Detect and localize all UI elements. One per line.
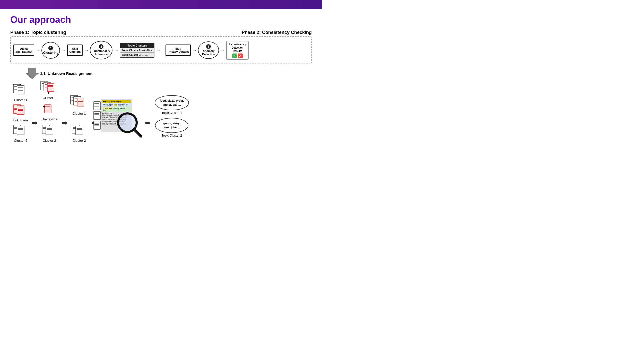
doc-black-3b xyxy=(46,126,53,136)
doc-red-2a xyxy=(47,83,54,93)
skill-privacy-doc: SkillPrivacy Dataset xyxy=(166,44,191,56)
step-num-2: 2 xyxy=(99,44,103,49)
svg-rect-21 xyxy=(17,126,24,135)
cluster2-label-step2: Cluster 2 xyxy=(43,139,56,143)
svg-rect-62 xyxy=(76,126,83,135)
skill-preview-container: Food hub chicago "Alexa, open food hub c… xyxy=(101,99,132,132)
arrow-5: → xyxy=(156,48,160,53)
content: Our approach Phase 1: Topic clustering P… xyxy=(0,9,322,148)
doc-icon-2b xyxy=(17,126,24,136)
cluster2-label-step3: Cluster 2 xyxy=(73,139,86,143)
cluster2-group-step2: Cluster 2 xyxy=(42,125,57,143)
results-box: InconsistencyDetectionResults ✓ ✗ xyxy=(226,41,249,60)
arrow-1: → xyxy=(36,48,40,53)
bottom-step3: Cluster 1 Cluster 2 xyxy=(70,95,88,143)
phase1-label: Phase 1: Topic clustering xyxy=(10,30,66,35)
topic-cluster-item-1: Topic Cluster 1: Weather xyxy=(120,48,154,52)
topic-cluster-1-oval: food, pizza, order,dinner, eat, … Topic … xyxy=(155,95,189,115)
arrow-7: → xyxy=(220,48,225,53)
unknowns-doc-step2 xyxy=(43,104,56,116)
top-bar xyxy=(0,0,322,9)
cluster1-docs-step2 xyxy=(40,81,58,95)
doc-icon-1b xyxy=(17,85,24,95)
skill-quote2: "Order food delivery you will love" xyxy=(102,107,131,112)
arrow-3: → xyxy=(84,48,89,53)
magnifier xyxy=(117,112,142,139)
phase-divider xyxy=(163,40,163,60)
topic-clusters-title: Topic Clusters xyxy=(120,43,154,48)
x-badge: ✗ xyxy=(238,54,243,58)
cluster1-group-step2: Cluster 1 xyxy=(40,81,58,100)
check-x-badges: ✓ ✗ xyxy=(229,54,246,58)
topic-oval-1: food, pizza, order,dinner, eat, … xyxy=(155,95,189,110)
main-title: Our approach xyxy=(10,14,312,25)
phase2-label: Phase 2: Consistency Checking xyxy=(242,30,312,35)
bottom-flow: Cluster 1 Unknowns xyxy=(13,81,312,143)
cluster1-group-step1: Cluster 1 xyxy=(13,84,28,102)
svg-marker-0 xyxy=(26,68,39,79)
docs-stack-preview xyxy=(93,101,101,130)
svg-rect-13 xyxy=(17,106,24,114)
cluster1-label-step2: Cluster 1 xyxy=(43,96,56,100)
skill-title: Food hub chicago xyxy=(102,100,131,103)
cluster2-docs-step3 xyxy=(72,125,87,138)
reassignment-section: 1.1. Unknown Reassignment Cluster 1 xyxy=(10,68,312,143)
big-arrow-4: ⇒ xyxy=(145,119,151,127)
svg-rect-43 xyxy=(46,126,53,135)
alexa-skill-doc: AlexaSkill Dataset xyxy=(13,44,34,56)
svg-rect-66 xyxy=(94,102,100,110)
clustering-oval: 1 Clustering xyxy=(41,42,60,59)
unknowns-group-step2: Unknowns xyxy=(41,104,57,121)
preview-doc-2 xyxy=(93,111,101,120)
doc-black-5b xyxy=(75,126,83,136)
svg-rect-74 xyxy=(94,121,100,129)
cluster2-group-step1: Cluster 2 xyxy=(13,125,28,143)
cluster2-docs-step2 xyxy=(42,125,57,138)
topic-cluster-2-label: Topic Cluster 2 xyxy=(162,134,182,137)
arrow-2: → xyxy=(61,48,66,53)
skill-quote1: "Alexa, open food hub chicago" xyxy=(102,103,131,106)
svg-rect-33 xyxy=(47,83,54,92)
cluster1-group-step3: Cluster 1 xyxy=(70,95,88,115)
preview-doc-1 xyxy=(93,101,101,110)
arrow-4: → xyxy=(114,48,118,53)
bottom-step1: Cluster 1 Unknowns xyxy=(13,84,29,143)
topic-oval-2: quote, story,book, joke, … xyxy=(155,118,188,133)
cluster1-docs-step1 xyxy=(13,84,28,97)
main-diagram: AlexaSkill Dataset → 1 Clustering → Skil… xyxy=(10,36,312,64)
topic-clusters-box: Topic Clusters Topic Cluster 1: Weather … xyxy=(120,43,154,58)
unknowns-docs-step1 xyxy=(13,104,28,117)
skill-clusters-doc: SkillClusters xyxy=(67,44,83,56)
down-arrow-row: 1.1. Unknown Reassignment xyxy=(26,68,312,79)
cluster1-label-step1: Cluster 1 xyxy=(14,98,27,102)
cluster2-docs-step1 xyxy=(13,125,28,138)
big-arrow-2: ⇒ xyxy=(62,119,67,127)
anomaly-detection-oval: 3 AnomalyDetection xyxy=(198,41,219,59)
big-arrow-1: ⇒ xyxy=(32,119,37,127)
func-inference-oval: 2 FunctionalityInference xyxy=(90,41,112,59)
merge-dot-1 xyxy=(48,92,49,94)
doc-red-1b xyxy=(17,105,24,116)
unknowns-label-step1: Unknowns xyxy=(13,118,29,122)
svg-rect-70 xyxy=(94,111,100,120)
step-num-3: 3 xyxy=(206,44,211,49)
cluster2-group-step3: Cluster 2 xyxy=(72,125,87,143)
step-num-1: 1 xyxy=(48,46,53,50)
cluster2-label-step1: Cluster 2 xyxy=(14,139,27,143)
topic-cluster-item-2: Topic Cluster 2: … … xyxy=(120,52,154,57)
topic-cluster-1-label: Topic Cluster 1 xyxy=(162,111,182,115)
cluster1-docs-step3 xyxy=(70,95,88,111)
bottom-step2: Cluster 1 Unknowns xyxy=(40,81,58,143)
svg-rect-5 xyxy=(17,85,24,94)
svg-line-79 xyxy=(134,129,141,136)
svg-rect-55 xyxy=(77,98,84,106)
cluster1-label-step3: Cluster 1 xyxy=(73,112,86,115)
reassignment-label: 1.1. Unknown Reassignment xyxy=(40,71,92,76)
down-arrow-svg xyxy=(26,68,39,79)
results-text: InconsistencyDetectionResults xyxy=(229,43,246,53)
svg-rect-36 xyxy=(45,105,51,113)
doc-red-small-2 xyxy=(44,104,51,114)
preview-doc-3 xyxy=(93,121,101,130)
unknowns-label-step2: Unknowns xyxy=(41,117,57,121)
checkmark-badge: ✓ xyxy=(232,54,237,58)
